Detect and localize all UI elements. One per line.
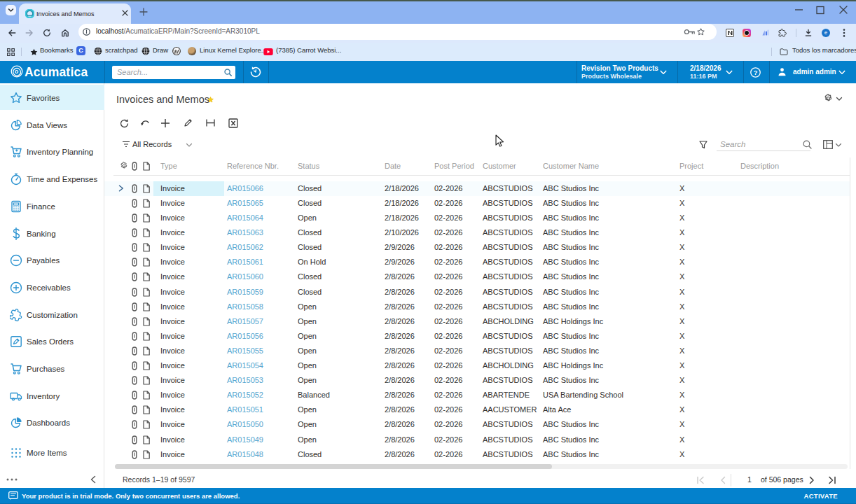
svg-text:?: ?	[754, 69, 758, 76]
